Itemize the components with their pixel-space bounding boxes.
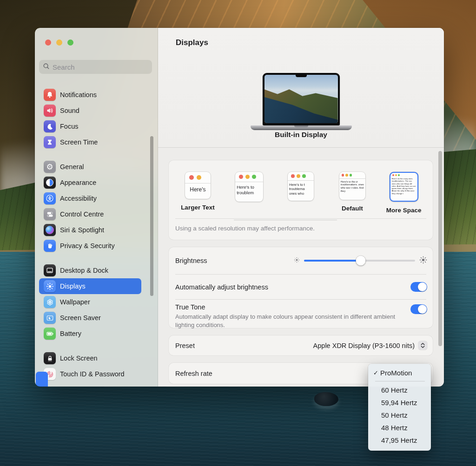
sidebar-item-control-centre[interactable]: Control Centre bbox=[39, 206, 141, 222]
sidebar-item-siri-spotlight[interactable]: Siri & Spotlight bbox=[39, 222, 141, 238]
sidebar-item-desktop-dock[interactable]: Desktop & Dock bbox=[39, 263, 141, 278]
true-tone-label: True Tone bbox=[175, 303, 402, 311]
hourglass-icon bbox=[44, 136, 56, 148]
sidebar-item-label: Control Centre bbox=[60, 210, 104, 218]
dropdown-item-47-95hz[interactable]: 47,95 Hertz bbox=[368, 434, 431, 446]
preset-value: Apple XDR Display (P3-1600 nits) bbox=[313, 342, 415, 349]
dropdown-divider bbox=[375, 381, 425, 381]
resolution-option-default[interactable]: Here's to the cr troublemakers. ones who… bbox=[326, 172, 378, 218]
resolution-option-label: Larger Text bbox=[181, 204, 215, 211]
auto-brightness-label: Automatically adjust brightness bbox=[175, 283, 268, 291]
window-controls bbox=[45, 39, 73, 46]
brightness-card: Brightness bbox=[169, 247, 433, 328]
dropdown-item-60hz[interactable]: 60 Hertz bbox=[368, 384, 431, 396]
sidebar-item-partial-icon bbox=[36, 372, 48, 387]
sidebar-item-label: Accessibility bbox=[60, 195, 97, 202]
desktop-dock-icon bbox=[44, 264, 56, 276]
builtin-display-label: Built-in Display bbox=[158, 131, 444, 139]
true-tone-toggle[interactable] bbox=[410, 304, 427, 314]
displays-header: Displays Built-in Display bbox=[158, 28, 444, 148]
control-centre-icon bbox=[44, 208, 56, 220]
settings-scroll-area: Here's Larger Text Here bbox=[158, 148, 444, 387]
sidebar-item-label: Sound bbox=[60, 107, 79, 114]
dropdown-item-59-94hz[interactable]: 59,94 Hertz bbox=[368, 396, 431, 409]
resolution-footnote: Using a scaled resolution may affect per… bbox=[175, 225, 315, 232]
resolution-option-larger-text[interactable]: Here's Larger Text bbox=[172, 172, 224, 218]
sidebar-item-label: Focus bbox=[60, 123, 79, 130]
sidebar-item-label: Notifications bbox=[60, 91, 97, 98]
resolution-option-label: Default bbox=[342, 205, 363, 212]
sidebar-item-label: Wallpaper bbox=[60, 298, 90, 306]
true-tone-description: Automatically adapt display to make colo… bbox=[175, 313, 402, 329]
sidebar-item-appearance[interactable]: Appearance bbox=[39, 175, 141, 190]
sidebar-item-lock-screen[interactable]: Lock Screen bbox=[39, 350, 141, 366]
search-icon bbox=[43, 63, 50, 72]
refresh-rate-dropdown: ✓ ProMotion 60 Hertz 59,94 Hertz 50 Hert… bbox=[368, 364, 431, 451]
sidebar-item-battery[interactable]: Battery bbox=[39, 326, 141, 341]
brightness-track[interactable] bbox=[304, 260, 415, 262]
preset-card: Preset Apple XDR Display (P3-1600 nits) bbox=[169, 335, 433, 355]
close-button[interactable] bbox=[45, 39, 51, 46]
sidebar-item-label: Privacy & Security bbox=[60, 242, 115, 249]
settings-sidebar: Notifications Sound Focus bbox=[35, 28, 158, 387]
check-icon: ✓ bbox=[371, 369, 380, 376]
appearance-icon bbox=[44, 177, 56, 189]
sidebar-item-label: Screen Saver bbox=[60, 314, 101, 322]
sidebar-nav: Notifications Sound Focus bbox=[39, 87, 154, 382]
sidebar-item-label: Appearance bbox=[60, 179, 96, 186]
brightness-thumb[interactable] bbox=[356, 256, 365, 266]
sidebar-scrollbar[interactable] bbox=[150, 136, 153, 296]
dropdown-item-promotion[interactable]: ✓ ProMotion bbox=[368, 367, 431, 379]
sun-icon bbox=[44, 280, 56, 292]
preset-stepper-button[interactable] bbox=[418, 341, 427, 350]
brightness-fill bbox=[304, 260, 361, 262]
sidebar-item-wallpaper[interactable]: Wallpaper bbox=[39, 294, 141, 310]
dropdown-item-48hz[interactable]: 48 Hertz bbox=[368, 421, 431, 434]
sidebar-item-notifications[interactable]: Notifications bbox=[39, 87, 141, 103]
main-scrollbar[interactable] bbox=[438, 151, 442, 346]
gear-icon: ⚙ bbox=[44, 161, 56, 173]
search-input[interactable] bbox=[53, 63, 148, 71]
sidebar-item-focus[interactable]: Focus bbox=[39, 118, 141, 134]
sidebar-item-screen-time[interactable]: Screen Time bbox=[39, 134, 141, 150]
dropdown-selected-label: ProMotion bbox=[380, 369, 412, 377]
sidebar-item-label: Battery bbox=[60, 330, 81, 337]
moon-icon bbox=[44, 120, 56, 132]
laptop-screen bbox=[263, 73, 340, 125]
sidebar-item-general[interactable]: ⚙ General bbox=[39, 159, 141, 175]
resolution-option-2[interactable]: Here's to troublem bbox=[224, 172, 275, 218]
battery-icon bbox=[44, 328, 56, 340]
bell-icon bbox=[44, 89, 56, 101]
sidebar-item-label: General bbox=[60, 163, 84, 171]
siri-icon bbox=[44, 224, 56, 236]
hand-icon bbox=[44, 240, 56, 252]
sidebar-item-label: Displays bbox=[60, 282, 86, 290]
lock-icon bbox=[44, 352, 56, 364]
sidebar-item-accessibility[interactable]: Accessibility bbox=[39, 190, 141, 206]
search-field[interactable] bbox=[39, 60, 152, 74]
resolution-option-more-space[interactable]: Here's to the crazy ones troublemakers. … bbox=[378, 172, 430, 218]
auto-brightness-toggle[interactable] bbox=[410, 282, 427, 292]
brightness-slider bbox=[294, 256, 427, 266]
sidebar-item-screen-saver[interactable]: Screen Saver bbox=[39, 310, 141, 326]
sidebar-item-displays[interactable]: Displays bbox=[39, 278, 141, 294]
sidebar-item-label: Siri & Spotlight bbox=[60, 226, 104, 234]
wallpaper-rock bbox=[314, 392, 338, 406]
sidebar-item-touch-id[interactable]: Touch ID & Password bbox=[39, 366, 141, 382]
refresh-rate-label: Refresh rate bbox=[175, 370, 212, 377]
zoom-button[interactable] bbox=[67, 39, 73, 46]
resolution-connector-line bbox=[234, 220, 337, 220]
brightness-bright-icon bbox=[419, 256, 427, 266]
resolution-option-3[interactable]: Here's to t troublema ones who bbox=[275, 172, 327, 218]
preset-row[interactable]: Preset Apple XDR Display (P3-1600 nits) bbox=[169, 335, 433, 355]
brightness-label: Brightness bbox=[175, 257, 207, 264]
dropdown-item-50hz[interactable]: 50 Hertz bbox=[368, 409, 431, 421]
resolution-card: Here's Larger Text Here bbox=[169, 160, 433, 240]
sidebar-item-label: Lock Screen bbox=[60, 354, 98, 362]
divider bbox=[175, 218, 426, 219]
minimize-button[interactable] bbox=[56, 39, 62, 46]
sidebar-item-sound[interactable]: Sound bbox=[39, 103, 141, 118]
accessibility-icon bbox=[44, 192, 56, 204]
resolution-option-label: More Space bbox=[386, 207, 422, 214]
sidebar-item-privacy-security[interactable]: Privacy & Security bbox=[39, 238, 141, 254]
